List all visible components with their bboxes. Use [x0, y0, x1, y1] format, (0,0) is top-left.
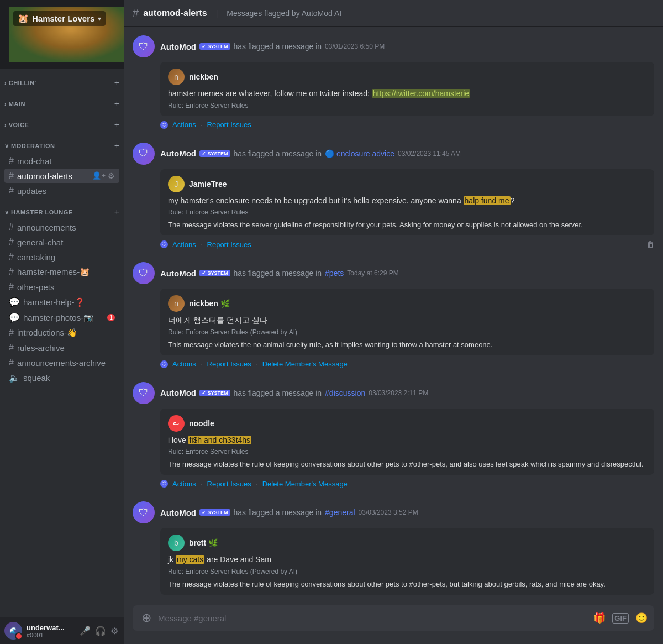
user-settings-icon[interactable]: ⚙ — [109, 625, 119, 637]
shield-icon: 🛡 — [160, 360, 168, 368]
delete-icon[interactable]: 🗑 — [646, 240, 654, 249]
message-input[interactable] — [158, 608, 589, 629]
shield-icon: 🛡 — [160, 480, 168, 488]
hash-icon: # — [9, 343, 14, 353]
channel-updates[interactable]: # updates — [4, 184, 119, 198]
report-issues-button[interactable]: Report Issues — [207, 480, 251, 488]
hash-icon: # — [9, 282, 14, 292]
actions-button[interactable]: Actions — [172, 240, 196, 249]
channel-mod-chat[interactable]: # mod-chat — [4, 154, 119, 168]
username: underwat... — [27, 624, 74, 632]
target-channel[interactable]: #discussion — [325, 389, 365, 397]
automod-avatar: 🛡 — [133, 143, 155, 165]
message-timestamp: 03/03/2023 3:52 PM — [359, 509, 418, 516]
flagged-highlight: my cats — [176, 555, 204, 564]
user-panel: 🌊 underwat... #0001 🎤 🎧 ⚙ — [0, 617, 124, 644]
user-controls: 🎤 🎧 ⚙ — [78, 625, 119, 637]
actions-button[interactable]: Actions — [172, 480, 196, 488]
automod-name: AutoMod — [160, 269, 196, 278]
rule-text: Rule: Enforce Server Rules — [168, 448, 646, 455]
category-main[interactable]: › MAIN + — [0, 90, 124, 111]
automod-card-2: 🛡 AutoMod ✓ SYSTEM has flagged a message… — [133, 143, 654, 249]
category-moderation[interactable]: ∨ MODERATION + — [0, 132, 124, 153]
category-chillin[interactable]: › CHILLIN' + — [0, 69, 124, 90]
main-content: # automod-alerts | Messages flagged by A… — [124, 0, 663, 644]
shield-icon: 🛡 — [160, 121, 168, 129]
flagged-username: nickben 🌿 — [189, 299, 230, 308]
hash-icon: # — [9, 252, 14, 262]
channel-hamster-photos[interactable]: 💬 hamster-photos-📷 1 — [4, 310, 119, 325]
flagged-message-box: n nickben 🌿 너에게 햄스터를 던지고 싶다 Rule: Enforc… — [160, 289, 654, 355]
headphones-icon[interactable]: 🎧 — [94, 625, 107, 637]
mic-icon[interactable]: 🎤 — [78, 625, 92, 637]
user-info: underwat... #0001 — [27, 624, 74, 638]
emoji-icon[interactable]: 🙂 — [635, 612, 648, 624]
hash-icon: # — [9, 156, 14, 166]
flagged-username: nickben — [189, 72, 218, 81]
user-tag: #0001 — [27, 632, 74, 638]
action-text: has flagged a message in — [234, 42, 322, 51]
target-channel[interactable]: 🔵 enclosure advice — [325, 149, 394, 158]
report-issues-button[interactable]: Report Issues — [207, 360, 251, 368]
channel-introductions[interactable]: # introductions-👋 — [4, 326, 119, 340]
flagged-message-box: noodle i love fi$h and ch33t4hs Rule: En… — [160, 409, 654, 475]
channel-list: › CHILLIN' + › MAIN + › VOICE + ∨ MODERA… — [0, 69, 124, 617]
flagged-message-box: b brett 🌿 jk my cats are Dave and Sam Ru… — [160, 528, 654, 595]
channel-other-pets[interactable]: # other-pets — [4, 280, 119, 294]
channel-announcements-archive[interactable]: # announcements-archive — [4, 355, 119, 370]
violation-reason: The message violates the rule of keeping… — [168, 580, 646, 588]
flagged-user-avatar: n — [168, 295, 185, 312]
message-timestamp: 03/02/2023 11:45 AM — [398, 150, 461, 158]
category-voice[interactable]: › VOICE + — [0, 111, 124, 132]
attach-icon[interactable]: ⊕ — [139, 605, 154, 631]
channel-header: # automod-alerts | Messages flagged by A… — [124, 0, 663, 27]
unread-badge: 1 — [107, 314, 115, 321]
add-channel-moderation[interactable]: + — [114, 141, 119, 151]
rule-text: Rule: Enforce Server Rules — [168, 102, 646, 109]
flagged-user-avatar: J — [168, 176, 185, 192]
add-channel-lounge[interactable]: + — [114, 207, 119, 217]
server-header[interactable]: 🐹 Hamster Lovers ▾ — [0, 0, 124, 69]
settings-icon[interactable]: ⚙ — [108, 171, 115, 180]
channel-rules-archive[interactable]: # rules-archive — [4, 341, 119, 355]
channel-general-chat[interactable]: # general-chat — [4, 235, 119, 249]
channel-squeak[interactable]: 🔈 squeak — [4, 370, 119, 385]
sidebar: 🐹 Hamster Lovers ▾ › CHILLIN' + › MAIN +… — [0, 0, 124, 644]
channel-hamster-help[interactable]: 💬 hamster-help-❓ — [4, 295, 119, 310]
actions-button[interactable]: Actions — [172, 360, 196, 368]
channel-header-name: automod-alerts — [143, 8, 207, 18]
report-issues-button[interactable]: Report Issues — [207, 240, 251, 249]
add-member-icon[interactable]: 👤+ — [92, 171, 106, 180]
delete-member-message-button[interactable]: Delete Member's Message — [262, 480, 348, 488]
message-timestamp: 03/03/2023 2:11 PM — [369, 389, 428, 397]
delete-member-message-button[interactable]: Delete Member's Message — [262, 360, 348, 368]
add-channel-voice[interactable]: + — [114, 120, 119, 130]
hash-icon: # — [9, 237, 14, 247]
system-badge: ✓ SYSTEM — [199, 509, 230, 516]
flagged-user-avatar: b — [168, 535, 185, 551]
hash-icon: # — [9, 328, 14, 338]
channel-automod-alerts[interactable]: # automod-alerts 👤+ ⚙ — [4, 169, 119, 183]
gift-icon[interactable]: 🎁 — [593, 612, 606, 624]
action-text: has flagged a message in — [234, 269, 322, 278]
report-issues-button[interactable]: Report Issues — [207, 121, 251, 129]
channel-caretaking[interactable]: # caretaking — [4, 250, 119, 264]
channel-announcements[interactable]: # announcements — [4, 220, 119, 234]
violation-reason: The message violates the rule of keeping… — [168, 460, 646, 468]
hash-icon: # — [9, 171, 14, 181]
flagged-username: JamieTree — [189, 180, 227, 189]
channel-hamster-memes[interactable]: # hamster-memes-🐹 — [4, 265, 119, 279]
flagged-username: brett 🌿 — [189, 538, 218, 547]
add-channel-chillin[interactable]: + — [114, 78, 119, 88]
automod-card-1: 🛡 AutoMod ✓ SYSTEM has flagged a message… — [133, 35, 654, 129]
target-channel[interactable]: #general — [325, 508, 355, 517]
shield-icon: 🛡 — [160, 240, 168, 248]
actions-button[interactable]: Actions — [172, 121, 196, 129]
add-channel-main[interactable]: + — [114, 99, 119, 109]
card-footer: 🛡 Actions · Report Issues · Delete Membe… — [160, 479, 654, 488]
category-hamster-lounge[interactable]: ∨ HAMSTER LOUNGE + — [0, 198, 124, 219]
flagged-user-avatar: n — [168, 69, 185, 85]
gif-icon[interactable]: GIF — [612, 613, 629, 624]
flagged-message-box: J JamieTree my hamster's enclosure needs… — [160, 169, 654, 236]
target-channel[interactable]: #pets — [325, 269, 344, 278]
